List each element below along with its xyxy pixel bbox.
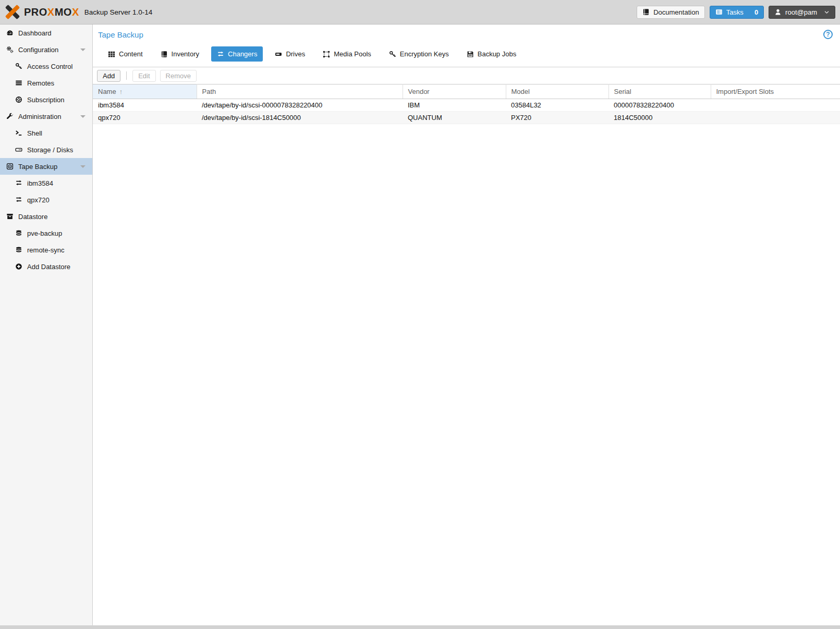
sidebar-item-pve-backup[interactable]: pve-backup bbox=[0, 225, 92, 241]
main-panel: Tape Backup ? Content Inventory Changers bbox=[93, 25, 840, 625]
column-header-model[interactable]: Model bbox=[506, 84, 608, 99]
column-header-path[interactable]: Path bbox=[197, 84, 403, 99]
cell-vendor[interactable]: IBM bbox=[403, 99, 506, 112]
proxmox-logo[interactable]: PROXMOX bbox=[5, 4, 79, 20]
gauge-icon bbox=[6, 29, 18, 37]
sidebar-item-remote-sync[interactable]: remote-sync bbox=[0, 241, 92, 258]
cell-path[interactable]: /dev/tape/by-id/scsi-0000078328220400 bbox=[197, 99, 403, 112]
save-icon bbox=[467, 51, 474, 58]
cell-serial[interactable]: 0000078328220400 bbox=[608, 99, 711, 112]
hdd-icon bbox=[15, 146, 27, 153]
tab-inventory[interactable]: Inventory bbox=[155, 46, 205, 62]
column-label: Path bbox=[202, 88, 216, 95]
sidebar-item-label: Configuration bbox=[18, 46, 58, 54]
panel-titlebar: Tape Backup ? bbox=[93, 25, 840, 44]
object-group-icon bbox=[323, 51, 330, 58]
drive-icon bbox=[275, 51, 282, 58]
tasks-count-badge: 0 bbox=[754, 8, 758, 16]
sidebar-item-access-control[interactable]: Access Control bbox=[0, 58, 92, 75]
sidebar-item-qpx720[interactable]: qpx720 bbox=[0, 191, 92, 208]
cell-model[interactable]: 03584L32 bbox=[506, 99, 608, 112]
toolbar-separator bbox=[126, 71, 127, 80]
column-header-name[interactable]: Name↑ bbox=[93, 84, 197, 99]
tab-drives[interactable]: Drives bbox=[269, 46, 311, 62]
key-icon bbox=[389, 51, 396, 58]
tab-label: Content bbox=[119, 50, 143, 58]
sidebar-item-storage-disks[interactable]: Storage / Disks bbox=[0, 141, 92, 158]
archive-icon bbox=[6, 213, 18, 220]
cell-vendor[interactable]: QUANTUM bbox=[403, 112, 506, 124]
column-label: Vendor bbox=[408, 88, 430, 95]
task-list-icon bbox=[715, 8, 723, 16]
sidebar-item-datastore[interactable]: Datastore bbox=[0, 208, 92, 225]
column-header-serial[interactable]: Serial bbox=[608, 84, 711, 99]
proxmox-wordmark: PROXMOX bbox=[24, 6, 79, 18]
wordmark-part: PRO bbox=[24, 6, 47, 18]
sidebar-item-label: Storage / Disks bbox=[27, 146, 73, 154]
exchange-icon bbox=[15, 196, 27, 203]
sidebar-item-label: Add Datastore bbox=[27, 263, 70, 271]
column-header-vendor[interactable]: Vendor bbox=[403, 84, 506, 99]
tab-backup-jobs[interactable]: Backup Jobs bbox=[461, 46, 522, 62]
plus-circle-icon bbox=[15, 263, 27, 270]
user-icon bbox=[774, 8, 782, 16]
book-icon bbox=[642, 8, 650, 16]
sidebar-item-dashboard[interactable]: Dashboard bbox=[0, 25, 92, 41]
sidebar-item-shell[interactable]: Shell bbox=[0, 125, 92, 141]
sidebar-item-ibm3584[interactable]: ibm3584 bbox=[0, 175, 92, 191]
tasks-label: Tasks bbox=[726, 8, 744, 16]
caret-down-icon[interactable] bbox=[80, 165, 86, 168]
sort-ascending-icon: ↑ bbox=[119, 88, 123, 95]
tab-content[interactable]: Content bbox=[102, 46, 149, 62]
cell-name[interactable]: ibm3584 bbox=[93, 99, 197, 112]
sidebar-item-administration[interactable]: Administration bbox=[0, 108, 92, 125]
sidebar-item-remotes[interactable]: Remotes bbox=[0, 75, 92, 91]
table-row[interactable]: qpx720 /dev/tape/by-id/scsi-1814C50000 Q… bbox=[93, 112, 840, 124]
sidebar-item-label: ibm3584 bbox=[27, 179, 53, 187]
table-row[interactable]: ibm3584 /dev/tape/by-id/scsi-00000783282… bbox=[93, 99, 840, 112]
chevron-down-icon bbox=[824, 9, 830, 15]
sidebar-item-label: qpx720 bbox=[27, 196, 50, 204]
add-button[interactable]: Add bbox=[97, 70, 120, 82]
exchange-icon bbox=[217, 51, 224, 58]
tab-label: Encryption Keys bbox=[400, 50, 449, 58]
cell-import-export-slots[interactable] bbox=[711, 112, 840, 124]
documentation-button[interactable]: Documentation bbox=[637, 6, 704, 19]
list-icon bbox=[15, 79, 27, 87]
sidebar-item-subscription[interactable]: Subscription bbox=[0, 91, 92, 108]
tab-bar: Content Inventory Changers Drives Media … bbox=[93, 44, 840, 67]
sidebar-item-label: pve-backup bbox=[27, 229, 62, 237]
cell-import-export-slots[interactable] bbox=[711, 99, 840, 112]
tasks-button[interactable]: Tasks 0 bbox=[710, 6, 764, 19]
wrench-icon bbox=[6, 113, 18, 120]
sidebar-item-tape-backup[interactable]: Tape Backup bbox=[0, 158, 92, 175]
cell-path[interactable]: /dev/tape/by-id/scsi-1814C50000 bbox=[197, 112, 403, 124]
tab-changers[interactable]: Changers bbox=[211, 46, 263, 62]
cell-name[interactable]: qpx720 bbox=[93, 112, 197, 124]
user-menu-button[interactable]: root@pam bbox=[769, 6, 835, 19]
database-icon bbox=[15, 229, 27, 237]
page-title: Tape Backup bbox=[98, 30, 143, 39]
sidebar-nav: Dashboard Configuration Access Control R… bbox=[0, 25, 93, 625]
caret-down-icon[interactable] bbox=[80, 49, 86, 51]
tape-icon bbox=[6, 163, 18, 170]
key-icon bbox=[15, 63, 27, 70]
tab-encryption-keys[interactable]: Encryption Keys bbox=[383, 46, 455, 62]
sidebar-item-add-datastore[interactable]: Add Datastore bbox=[0, 258, 92, 275]
cell-serial[interactable]: 1814C50000 bbox=[608, 112, 711, 124]
wordmark-part: X bbox=[47, 6, 55, 18]
sidebar-item-label: Dashboard bbox=[18, 29, 52, 37]
remove-button[interactable]: Remove bbox=[160, 70, 197, 82]
column-label: Model bbox=[512, 88, 530, 95]
column-header-import-export-slots[interactable]: Import/Export Slots bbox=[711, 84, 840, 99]
tab-media-pools[interactable]: Media Pools bbox=[317, 46, 377, 62]
edit-button[interactable]: Edit bbox=[132, 70, 155, 82]
grid-toolbar: Add Edit Remove bbox=[93, 67, 840, 84]
sidebar-item-configuration[interactable]: Configuration bbox=[0, 41, 92, 58]
grid-icon bbox=[108, 51, 115, 58]
help-icon[interactable]: ? bbox=[823, 30, 833, 39]
caret-down-icon[interactable] bbox=[80, 115, 86, 118]
gears-icon bbox=[6, 46, 18, 53]
cell-model[interactable]: PX720 bbox=[506, 112, 608, 124]
user-label: root@pam bbox=[785, 8, 817, 16]
